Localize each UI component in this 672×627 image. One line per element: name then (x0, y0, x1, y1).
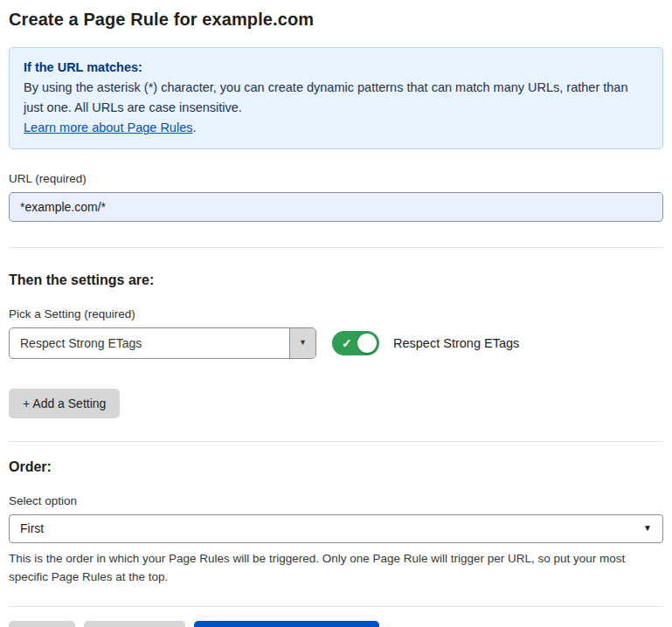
toggle-knob (357, 334, 377, 353)
url-label: URL (required) (9, 172, 663, 185)
setting-picker-label: Pick a Setting (required) (9, 307, 663, 320)
add-setting-button[interactable]: + Add a Setting (9, 389, 120, 418)
order-help-text: This is the order in which your Page Rul… (9, 550, 660, 587)
order-select-value: First (20, 521, 44, 535)
setting-select[interactable]: Respect Strong ETags ▼ (9, 327, 316, 359)
etags-toggle[interactable]: ✓ (332, 331, 379, 355)
info-box-body: By using the asterisk (*) character, you… (24, 78, 648, 117)
order-select[interactable]: First ▼ (9, 514, 663, 543)
chevron-down-icon: ▼ (643, 524, 652, 533)
check-icon: ✓ (342, 337, 352, 349)
learn-more-link[interactable]: Learn more about Page Rules (24, 121, 192, 134)
cancel-button[interactable]: Cancel (9, 621, 75, 627)
setting-row: Respect Strong ETags ▼ ✓ Respect Strong … (9, 327, 663, 359)
info-box-link-line: Learn more about Page Rules. (24, 118, 648, 137)
order-heading: Order: (9, 459, 663, 475)
divider (9, 606, 663, 607)
footer-actions: Cancel Save as Draft Save and Deploy Pag… (9, 621, 663, 627)
divider (9, 441, 663, 442)
link-period: . (192, 121, 196, 134)
url-input[interactable] (9, 192, 663, 222)
chevron-down-icon: ▼ (299, 339, 307, 347)
divider (9, 247, 663, 248)
save-deploy-button[interactable]: Save and Deploy Page Rule (194, 621, 379, 627)
setting-select-caret-button[interactable]: ▼ (289, 328, 315, 358)
setting-select-value: Respect Strong ETags (10, 328, 289, 358)
toggle-label: Respect Strong ETags (393, 336, 519, 350)
settings-heading: Then the settings are: (9, 272, 663, 288)
add-setting-row: + Add a Setting (9, 389, 663, 418)
order-label: Select option (9, 494, 663, 507)
info-box-heading: If the URL matches: (24, 58, 648, 77)
page-title: Create a Page Rule for example.com (9, 10, 663, 30)
save-draft-button[interactable]: Save as Draft (84, 621, 186, 627)
url-match-info-box: If the URL matches: By using the asteris… (9, 47, 663, 149)
